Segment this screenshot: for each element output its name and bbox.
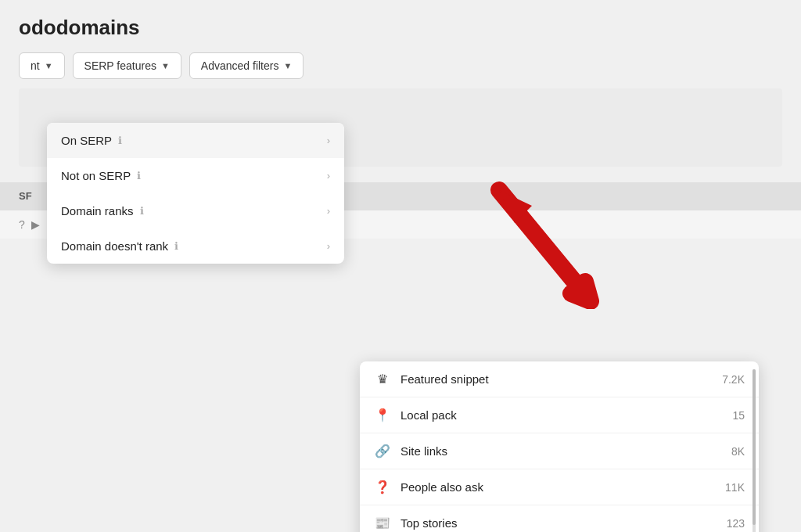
- chevron-down-icon: ▼: [45, 61, 53, 70]
- local-pack-count: 15: [713, 409, 745, 422]
- serp-features-left-dropdown: On SERP ℹ › Not on SERP ℹ › Domain ranks…: [47, 123, 344, 264]
- chevron-right-icon: ›: [327, 170, 330, 182]
- chevron-right-icon: ›: [327, 205, 330, 217]
- filter1-label: nt: [31, 59, 40, 72]
- play-icon: ▶: [31, 218, 40, 231]
- serp-features-label: SERP features: [84, 59, 156, 72]
- site-links-label: Site links: [400, 444, 447, 458]
- domain-ranks-item[interactable]: Domain ranks ℹ ›: [47, 193, 344, 228]
- chevron-down-icon: ▼: [161, 61, 170, 70]
- domain-doesnt-rank-item[interactable]: Domain doesn't rank ℹ ›: [47, 228, 344, 264]
- pin-icon: 📍: [374, 408, 391, 422]
- domain-doesnt-rank-label: Domain doesn't rank: [61, 239, 168, 253]
- chevron-right-icon: ›: [327, 240, 330, 252]
- not-on-serp-item[interactable]: Not on SERP ℹ ›: [47, 158, 344, 193]
- advanced-filters-button[interactable]: Advanced filters ▼: [189, 52, 304, 79]
- people-also-ask-item[interactable]: ❓ People also ask 11K: [360, 469, 759, 505]
- crown-icon: ♛: [374, 372, 391, 386]
- site-links-item[interactable]: 🔗 Site links 8K: [360, 433, 759, 469]
- link-icon: 🔗: [374, 444, 391, 458]
- info-icon: ℹ: [140, 205, 144, 217]
- top-stories-item[interactable]: 📰 Top stories 123: [360, 505, 759, 532]
- serp-features-right-dropdown: ♛ Featured snippet 7.2K 📍 Local pack 15 …: [360, 361, 759, 532]
- domain-ranks-label: Domain ranks: [61, 204, 134, 217]
- question-icon: ?: [19, 218, 25, 231]
- serp-features-button[interactable]: SERP features ▼: [73, 52, 181, 79]
- site-links-count: 8K: [713, 445, 745, 458]
- info-icon: ℹ: [137, 170, 141, 182]
- advanced-filters-label: Advanced filters: [201, 59, 279, 72]
- page-background: ododomains nt ▼ SERP features ▼ Advanced…: [0, 0, 801, 532]
- info-icon: ℹ: [118, 135, 122, 146]
- featured-snippet-item[interactable]: ♛ Featured snippet 7.2K: [360, 361, 759, 397]
- top-stories-count: 123: [713, 517, 745, 530]
- page-title: ododomains: [0, 0, 801, 52]
- on-serp-label: On SERP: [61, 134, 112, 147]
- chevron-down-icon: ▼: [283, 61, 292, 70]
- scrollbar-thumb[interactable]: [753, 369, 756, 525]
- on-serp-item[interactable]: On SERP ℹ ›: [47, 123, 344, 158]
- info-icon: ℹ: [174, 240, 178, 252]
- not-on-serp-label: Not on SERP: [61, 169, 131, 182]
- local-pack-label: Local pack: [400, 408, 457, 422]
- question-bubble-icon: ❓: [374, 480, 391, 494]
- scrollbar-track[interactable]: [753, 369, 756, 532]
- featured-snippet-label: Featured snippet: [400, 372, 489, 386]
- local-pack-item[interactable]: 📍 Local pack 15: [360, 397, 759, 433]
- filter-button-1[interactable]: nt ▼: [19, 52, 65, 79]
- top-stories-label: Top stories: [400, 516, 458, 530]
- chevron-right-icon: ›: [327, 135, 330, 146]
- featured-snippet-count: 7.2K: [713, 373, 745, 386]
- toolbar: nt ▼ SERP features ▼ Advanced filters ▼: [0, 52, 801, 88]
- people-also-ask-count: 11K: [713, 481, 745, 494]
- people-also-ask-label: People also ask: [400, 480, 483, 494]
- newspaper-icon: 📰: [374, 516, 391, 530]
